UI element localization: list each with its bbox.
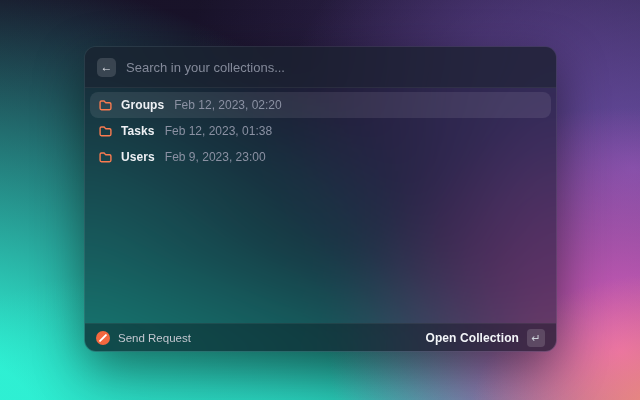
send-request-action[interactable]: Send Request — [96, 331, 191, 345]
collection-row[interactable]: Groups Feb 12, 2023, 02:20 — [90, 92, 551, 118]
collection-name: Users — [121, 150, 155, 164]
folder-icon — [99, 99, 112, 111]
results-list: Groups Feb 12, 2023, 02:20 Tasks Feb 12,… — [85, 88, 556, 323]
open-collection-label: Open Collection — [425, 331, 519, 345]
collection-date: Feb 9, 2023, 23:00 — [165, 150, 266, 164]
collection-row[interactable]: Users Feb 9, 2023, 23:00 — [90, 144, 551, 170]
collection-date: Feb 12, 2023, 02:20 — [174, 98, 281, 112]
send-request-label: Send Request — [118, 332, 191, 344]
send-request-brand-icon — [96, 331, 110, 345]
search-collections-modal: ← Groups Feb 12, 2023, 02:20 Tasks Feb 1… — [84, 46, 557, 352]
collection-date: Feb 12, 2023, 01:38 — [165, 124, 272, 138]
collection-row[interactable]: Tasks Feb 12, 2023, 01:38 — [90, 118, 551, 144]
enter-key-icon: ↵ — [527, 329, 545, 347]
arrow-left-icon: ← — [101, 58, 113, 77]
folder-icon — [99, 125, 112, 137]
search-input[interactable] — [126, 60, 544, 75]
collection-name: Groups — [121, 98, 164, 112]
open-collection-action[interactable]: Open Collection ↵ — [425, 329, 545, 347]
modal-footer: Send Request Open Collection ↵ — [85, 323, 556, 351]
back-button[interactable]: ← — [97, 58, 116, 77]
search-bar: ← — [85, 47, 556, 88]
collection-name: Tasks — [121, 124, 155, 138]
folder-icon — [99, 151, 112, 163]
